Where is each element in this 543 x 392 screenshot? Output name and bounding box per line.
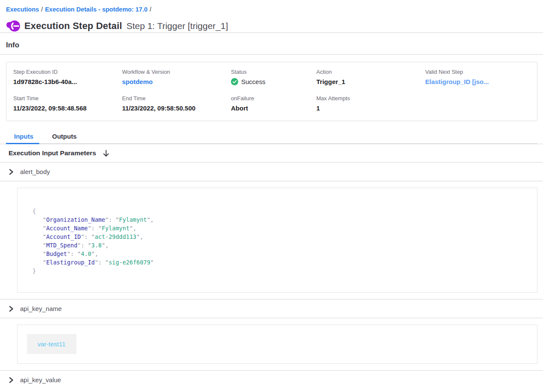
json-value: act-29ddd113 [91, 233, 140, 240]
field-value: 1d97828c-13b6-40a... [13, 78, 122, 85]
section-divider [0, 181, 543, 181]
field-step-execution-id: Step Execution ID 1d97828c-13b6-40a... [13, 69, 122, 85]
success-check-icon [231, 78, 238, 85]
json-entry: Budget: 4.0, [32, 250, 528, 258]
tab-outputs[interactable]: Outputs [52, 130, 77, 143]
status-value: Success [231, 78, 316, 85]
tab-inputs[interactable]: Inputs [14, 130, 33, 143]
json-key: Budget [43, 250, 70, 257]
chevron-right-icon [9, 377, 14, 383]
page-subtitle: Step 1: Trigger [trigger_1] [126, 21, 228, 31]
api-key-name-value-chip: var-test11 [27, 334, 76, 354]
field-status: Status Success [231, 69, 316, 85]
json-value: 4.0 [77, 250, 95, 257]
field-max-attempts: Max Attempts 1 [316, 95, 425, 112]
execution-step-detail-page: Executions/Execution Details - spotdemo:… [0, 0, 543, 389]
field-action: Action Trigger_1 [316, 69, 425, 85]
json-key: Organization_Name [43, 216, 108, 223]
field-value: 1 [316, 105, 425, 112]
workflow-link[interactable]: spotdemo [122, 78, 231, 85]
inputs-outputs-tabbar: Inputs Outputs [6, 130, 537, 144]
json-value: Fylamynt [98, 225, 133, 232]
section-divider [0, 318, 543, 318]
breadcrumb-separator: / [39, 6, 45, 13]
json-entry: Account_Name: Fylamynt, [32, 224, 528, 232]
json-entry: Account_ID: act-29ddd113, [32, 232, 528, 241]
page-title: Execution Step Detail [24, 20, 122, 32]
next-step-link[interactable]: Elastigroup_ID [jso... [425, 78, 530, 85]
json-entry: Elastigroup_Id: sig-e26f6079 [32, 258, 528, 267]
api-key-name-panel: var-test11 [17, 325, 537, 364]
field-label: onFailure [231, 95, 316, 102]
field-workflow-version: Workflow & Version spotdemo [122, 69, 231, 85]
json-entry: MTD_Spend: 3.8, [32, 241, 528, 250]
field-label: End Time [122, 95, 231, 102]
field-value: Abort [231, 105, 316, 112]
json-close-brace: } [32, 267, 36, 274]
json-value: 3.8 [88, 242, 105, 249]
field-end-time: End Time 11/23/2022, 09:58:50.500 [122, 95, 231, 112]
breadcrumb-link-executions[interactable]: Executions [6, 6, 39, 13]
breadcrumb-link-execution-details[interactable]: Execution Details - spotdemo: 17.0 [45, 6, 147, 13]
field-label: Max Attempts [316, 95, 425, 102]
field-onfailure: onFailure Abort [231, 95, 316, 112]
field-value: Trigger_1 [316, 78, 425, 85]
json-key: Account_Name [43, 225, 91, 232]
json-key: Elastigroup_Id [43, 259, 98, 266]
info-card: Step Execution ID 1d97828c-13b6-40a... W… [6, 62, 537, 121]
page-header: Execution Step Detail Step 1: Trigger [t… [6, 20, 537, 32]
json-entry: Organization_Name: Fylamynt, [32, 215, 528, 224]
field-label: Action [316, 69, 425, 75]
fylamynt-logo-icon [6, 20, 20, 32]
param-name: alert_body [20, 168, 50, 175]
breadcrumb: Executions/Execution Details - spotdemo:… [6, 6, 537, 13]
info-divider [0, 54, 543, 55]
field-valid-next-step: Valid Next Step Elastigroup_ID [jso... [425, 69, 530, 85]
field-label: Workflow & Version [122, 69, 231, 75]
field-label: Valid Next Step [425, 69, 530, 75]
chevron-right-icon [9, 169, 14, 175]
json-key: MTD_Spend [43, 242, 81, 249]
json-open-brace: { [32, 208, 36, 215]
param-row-api-key-name[interactable]: api_key_name [6, 299, 537, 318]
json-code-block: { Organization_Name: Fylamynt, Account_N… [32, 207, 528, 275]
status-badge: Success [241, 78, 266, 85]
chevron-right-icon [9, 306, 14, 312]
execution-input-parameters-header: Execution Input Parameters [6, 144, 537, 162]
info-section-heading: Info [6, 33, 537, 54]
json-value: sig-e26f6079 [105, 259, 154, 266]
field-label: Step Execution ID [13, 69, 122, 75]
field-label: Start Time [13, 95, 122, 102]
json-key: Account_ID [43, 233, 85, 240]
field-value: 11/23/2022, 09:58:48.568 [13, 105, 122, 112]
execution-input-parameters-label: Execution Input Parameters [9, 149, 96, 157]
field-empty [425, 95, 530, 112]
json-value: Fylamynt [116, 216, 150, 223]
field-label: Status [231, 69, 316, 75]
field-start-time: Start Time 11/23/2022, 09:58:48.568 [13, 95, 122, 112]
alert-body-json-panel: { Organization_Name: Fylamynt, Account_N… [17, 188, 537, 293]
arrow-down-icon[interactable] [103, 150, 109, 157]
param-row-api-key-value[interactable]: api_key_value [6, 371, 537, 389]
field-value: 11/23/2022, 09:58:50.500 [122, 105, 231, 112]
param-name: api_key_name [20, 305, 62, 312]
breadcrumb-trailing-separator: / [148, 6, 154, 13]
param-row-alert-body[interactable]: alert_body [6, 163, 537, 181]
param-name: api_key_value [20, 376, 61, 383]
